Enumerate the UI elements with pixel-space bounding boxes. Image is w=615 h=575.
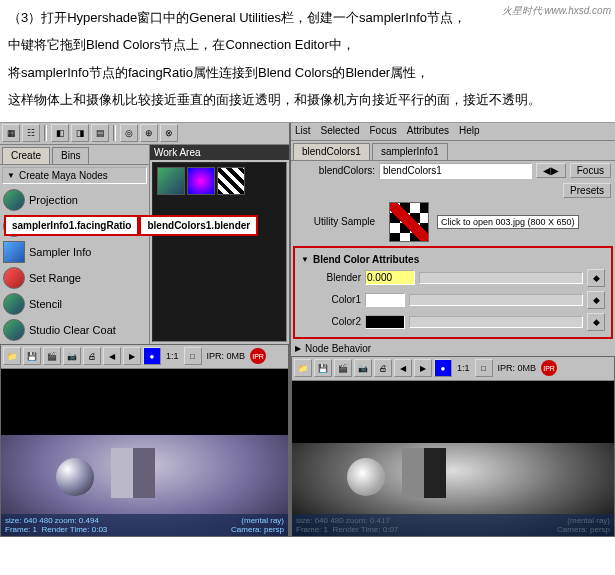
blend-name-input[interactable] xyxy=(379,163,532,179)
scene-cube xyxy=(402,448,446,498)
ipr-label: IPR: 0MB xyxy=(498,363,537,373)
tab-blendcolors1[interactable]: blendColors1 xyxy=(293,143,370,160)
menu-attributes[interactable]: Attributes xyxy=(407,125,449,138)
hypershade-work-panel: Work Area xyxy=(150,145,289,344)
rv-button[interactable]: 📁 xyxy=(3,347,21,365)
color2-swatch[interactable] xyxy=(365,315,405,329)
rv-button[interactable]: 💾 xyxy=(23,347,41,365)
tool-button[interactable]: ☷ xyxy=(22,124,40,142)
tool-button[interactable]: ▤ xyxy=(91,124,109,142)
rv-button[interactable]: ▶ xyxy=(414,359,432,377)
node-thumb[interactable] xyxy=(187,167,215,195)
separator xyxy=(113,125,116,141)
status-camera: Camera: persp xyxy=(557,525,610,534)
attr-color2-row: Color2 ◆ xyxy=(299,311,607,333)
rv-button[interactable]: 💾 xyxy=(314,359,332,377)
rv-button[interactable]: ● xyxy=(434,359,452,377)
node-label: Sampler Info xyxy=(29,246,91,258)
rv-button[interactable]: ▶ xyxy=(123,347,141,365)
nav-button[interactable]: ◀▶ xyxy=(536,163,566,178)
attr-section-header[interactable]: Blend Color Attributes xyxy=(299,252,607,267)
node-sampler-info[interactable]: Sampler Info xyxy=(1,239,148,265)
hypershade-create-panel: Create Bins Create Maya Nodes Projection… xyxy=(0,145,150,344)
rv-button[interactable]: 📷 xyxy=(63,347,81,365)
map-button[interactable]: ◆ xyxy=(587,313,605,331)
render-view-right: 📁 💾 🎬 📷 🖨 ◀ ▶ ● 1:1 □ IPR: 0MB IPR xyxy=(291,356,615,537)
rv-button[interactable]: 📁 xyxy=(294,359,312,377)
node-stencil[interactable]: Stencil xyxy=(1,291,148,317)
menu-focus[interactable]: Focus xyxy=(369,125,396,138)
node-thumb[interactable] xyxy=(157,167,185,195)
status-camera: Camera: persp xyxy=(231,525,284,534)
node-icon xyxy=(3,293,25,315)
menu-selected[interactable]: Selected xyxy=(321,125,360,138)
status-time: Render Time: 0:03 xyxy=(41,525,107,534)
hs-tabs: Create Bins xyxy=(0,145,149,165)
presets-button[interactable]: Presets xyxy=(563,183,611,198)
rv-button[interactable]: ◀ xyxy=(394,359,412,377)
rv-button[interactable]: □ xyxy=(184,347,202,365)
tool-button[interactable]: ◎ xyxy=(120,124,138,142)
render-canvas-left[interactable]: size: 640 480 zoom: 0.494 Frame: 1 Rende… xyxy=(1,369,288,536)
tool-button[interactable]: ⊗ xyxy=(160,124,178,142)
rv-button[interactable]: ◀ xyxy=(103,347,121,365)
scene-sphere xyxy=(347,458,385,496)
node-icon xyxy=(3,319,25,341)
connection-annotation: samplerInfo1.facingRatio blendColors1.bl… xyxy=(4,215,258,236)
utility-sample-swatch[interactable] xyxy=(389,202,429,242)
tab-samplerinfo1[interactable]: samplerInfo1 xyxy=(372,143,448,160)
blender-slider[interactable] xyxy=(419,272,583,284)
rv-button[interactable]: □ xyxy=(475,359,493,377)
focus-button[interactable]: Focus xyxy=(570,163,611,178)
menu-list[interactable]: List xyxy=(295,125,311,138)
render-canvas-right[interactable]: size: 640 480 zoom: 0.417 Frame: 1 Rende… xyxy=(292,381,614,536)
blend-label: blendColors: xyxy=(295,165,375,176)
rv-button[interactable]: 🖨 xyxy=(374,359,392,377)
status-size: size: 640 480 zoom: 0.417 xyxy=(296,516,398,525)
tab-bins[interactable]: Bins xyxy=(52,147,89,164)
color2-slider[interactable] xyxy=(409,316,583,328)
node-studio-clear-coat[interactable]: Studio Clear Coat xyxy=(1,317,148,343)
tool-button[interactable]: ◨ xyxy=(71,124,89,142)
utility-sample-row: Utility Sample Click to open 003.jpg (80… xyxy=(291,200,615,244)
create-maya-nodes-header[interactable]: Create Maya Nodes xyxy=(2,167,147,184)
node-icon xyxy=(3,189,25,211)
node-behavior-header[interactable]: Node Behavior xyxy=(291,341,615,356)
ae-tabs: blendColors1 samplerInfo1 xyxy=(291,141,615,161)
tool-button[interactable]: ⊕ xyxy=(140,124,158,142)
scale-label: 1:1 xyxy=(166,351,179,361)
rv-button[interactable]: 🖨 xyxy=(83,347,101,365)
node-set-range[interactable]: Set Range xyxy=(1,265,148,291)
rv-button[interactable]: ● xyxy=(143,347,161,365)
image-link-note[interactable]: Click to open 003.jpg (800 X 650) xyxy=(437,215,579,229)
color1-swatch[interactable] xyxy=(365,293,405,307)
color2-label: Color2 xyxy=(301,316,361,327)
separator xyxy=(44,125,47,141)
right-column: List Selected Focus Attributes Help blen… xyxy=(291,123,615,537)
node-label: Projection xyxy=(29,194,78,206)
map-button[interactable]: ◆ xyxy=(587,291,605,309)
work-area-canvas[interactable] xyxy=(152,162,287,342)
tool-button[interactable]: ▦ xyxy=(2,124,20,142)
blender-value-input[interactable] xyxy=(365,270,415,285)
node-thumbnails xyxy=(153,163,286,199)
annotation-source: samplerInfo1.facingRatio xyxy=(4,215,139,236)
tab-create[interactable]: Create xyxy=(2,147,50,164)
color1-slider[interactable] xyxy=(409,294,583,306)
left-column: ▦ ☷ ◧ ◨ ▤ ◎ ⊕ ⊗ Create Bins Create Maya … xyxy=(0,123,291,537)
attribute-editor: blendColors1 samplerInfo1 blendColors: ◀… xyxy=(291,141,615,356)
rv-button[interactable]: 🎬 xyxy=(334,359,352,377)
scene-cube xyxy=(111,448,155,498)
blender-label: Blender xyxy=(301,272,361,283)
tool-button[interactable]: ◧ xyxy=(51,124,69,142)
node-thumb[interactable] xyxy=(217,167,245,195)
node-icon xyxy=(3,267,25,289)
ipr-badge[interactable]: IPR xyxy=(541,360,557,376)
color1-label: Color1 xyxy=(301,294,361,305)
rv-button[interactable]: 📷 xyxy=(354,359,372,377)
node-projection[interactable]: Projection xyxy=(1,187,148,213)
ipr-badge[interactable]: IPR xyxy=(250,348,266,364)
map-button[interactable]: ◆ xyxy=(587,269,605,287)
menu-help[interactable]: Help xyxy=(459,125,480,138)
rv-button[interactable]: 🎬 xyxy=(43,347,61,365)
